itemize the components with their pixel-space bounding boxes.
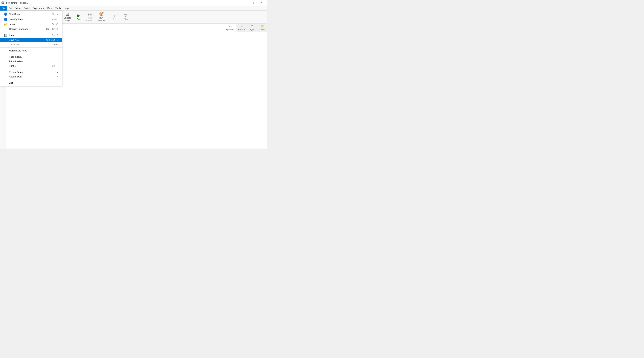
validate-button[interactable]: ☑ ValidateScript [62,11,73,23]
menu-item-file[interactable]: File [0,6,7,10]
fm-new-iq-script-label: New IQ Script [9,18,24,21]
fm-recent-data-label: Recent Data [9,75,22,78]
run-element-icon: ⏭ [88,12,92,16]
recent-data-arrow: ▶ [56,76,58,78]
fm-print-label: Print... [9,65,16,67]
fm-print[interactable]: Print... Ctrl+P [0,64,62,68]
sort-button[interactable]: ↕ Sort [109,11,120,23]
rp-tab-type[interactable]: 📋 Type [247,24,257,32]
fm-save[interactable]: 💾 Save Ctrl+S [0,33,62,38]
sort-icon: ↕ [114,14,116,18]
fm-recent-tests-label: Recent Tests [9,71,22,73]
close-button[interactable]: ✕ [258,0,266,6]
rp-tab-alphabetic[interactable]: ↑≡ Alphabetic [224,24,236,32]
rp-tab-position[interactable]: ≡ Position [236,24,247,32]
window-controls: ─ □ ✕ [241,0,266,6]
validate-label: ValidateScript [64,17,71,21]
filter-icon: ▽ [124,14,128,18]
menu-item-view[interactable]: View [14,6,22,10]
run-element-label: RunElement [86,17,94,21]
menu-item-help[interactable]: Help [62,6,70,10]
title-left: Q (new script)* - Inquisit 7 [2,1,28,4]
rp-tab-folder-label: Folder [260,28,265,31]
rp-tab-type-label: Type [250,28,254,31]
fm-merge-label: Merge Data Files [9,49,27,52]
file-menu: 🔵 New Script Ctrl+N 🔵 New IQ Script Ctrl… [0,10,62,86]
rp-tab-alphabetic-label: Alphabetic [226,28,235,30]
fm-save-as-shortcut: Ctrl+Shift+S [46,39,58,41]
run-label: Run [77,18,80,20]
fm-open-language-shortcut: Ctrl+Shift+O [46,28,58,30]
fm-new-script-shortcut: Ctrl+N [52,13,58,15]
position-icon: ≡ [241,25,243,28]
type-icon: 📋 [250,25,254,28]
validate-icon: ☑ [66,12,69,16]
fm-print-preview[interactable]: Print Preview [0,59,62,64]
fm-exit-label: Exit [9,81,13,84]
fm-new-iq-script[interactable]: 🔵 New IQ Script Ctrl+L [0,17,62,22]
fm-close-tab-shortcut: Ctrl+F4 [51,43,58,46]
app-icon: Q [2,1,4,4]
fm-print-shortcut: Ctrl+P [52,65,58,67]
new-script-icon: 🔵 [4,12,8,16]
fm-recent-data[interactable]: Recent Data ▶ [0,74,62,79]
run-monkey-label: RunMonkey [98,17,105,21]
menu-bar: File Edit View Script Experiment Data To… [0,6,268,10]
save-icon: 💾 [4,34,8,37]
fm-new-script[interactable]: 🔵 New Script Ctrl+N [0,11,62,17]
menu-item-edit[interactable]: Edit [7,6,14,10]
recent-tests-arrow: ▶ [56,71,58,73]
open-icon: 📂 [4,23,8,26]
fm-sep-2 [0,47,62,48]
fm-page-setup-label: Page Setup... [9,55,23,58]
fm-save-as[interactable]: Save As... Ctrl+Shift+S [0,38,62,42]
sort-label: Sort [113,18,116,20]
fm-open-label: Open [9,23,15,26]
run-monkey-icon: 🐒 [99,12,104,16]
fm-merge-data[interactable]: Merge Data Files [0,48,62,53]
fm-open[interactable]: 📂 Open Ctrl+O [0,22,62,27]
fm-save-shortcut: Ctrl+S [52,34,58,36]
menu-item-data[interactable]: Data [46,6,54,10]
filter-button[interactable]: ▽ Filter [120,11,131,23]
fm-recent-tests[interactable]: Recent Tests ▶ [0,70,62,74]
menu-item-script[interactable]: Script [22,6,31,10]
right-panel-content [224,32,268,149]
fm-page-setup[interactable]: Page Setup... [0,54,62,59]
fm-new-iq-shortcut: Ctrl+L [52,18,58,21]
fm-sep-5 [0,80,62,80]
run-element-button[interactable]: ⏭ RunElement [84,11,96,23]
fm-exit[interactable]: Exit [0,81,62,85]
filter-label: Filter [124,18,128,20]
minimize-button[interactable]: ─ [241,0,249,6]
right-panel-tabs: ↑≡ Alphabetic ≡ Position 📋 Type 📁 Folder [224,24,268,32]
window-title: (new script)* - Inquisit 7 [6,2,28,4]
fm-sep-4 [0,69,62,69]
fm-close-tab[interactable]: Close Tab Ctrl+F4 [0,42,62,47]
fm-print-preview-label: Print Preview [9,60,23,63]
alphabetic-icon: ↑≡ [228,25,232,28]
rp-tab-folder[interactable]: 📁 Folder [257,24,268,32]
title-bar: Q (new script)* - Inquisit 7 ─ □ ✕ [0,0,268,6]
toolbar-sep-3 [108,12,108,22]
fm-close-tab-label: Close Tab [9,43,20,46]
fm-open-shortcut: Ctrl+O [52,23,58,26]
fm-open-language-label: Open in Language... [9,28,30,30]
new-iq-icon: 🔵 [4,18,8,21]
run-icon: ▶ [77,14,80,18]
right-panel: ↑≡ Alphabetic ≡ Position 📋 Type 📁 Folder [224,24,268,149]
fm-sep-1 [0,32,62,32]
run-monkey-button[interactable]: 🐒 RunMonkey [96,11,107,23]
fm-save-label: Save [9,34,14,37]
menu-item-experiment[interactable]: Experiment [31,6,46,10]
rp-tab-position-label: Position [238,28,245,30]
fm-sep-3 [0,54,62,54]
folder-icon: 📁 [260,25,264,28]
fm-new-script-label: New Script [9,13,20,15]
fm-open-language[interactable]: Open in Language... Ctrl+Shift+O [0,27,62,31]
restore-button[interactable]: □ [249,0,258,6]
fm-save-as-label: Save As... [9,38,20,41]
menu-item-tools[interactable]: Tools [54,6,62,10]
run-button[interactable]: ▶ Run [73,11,84,23]
